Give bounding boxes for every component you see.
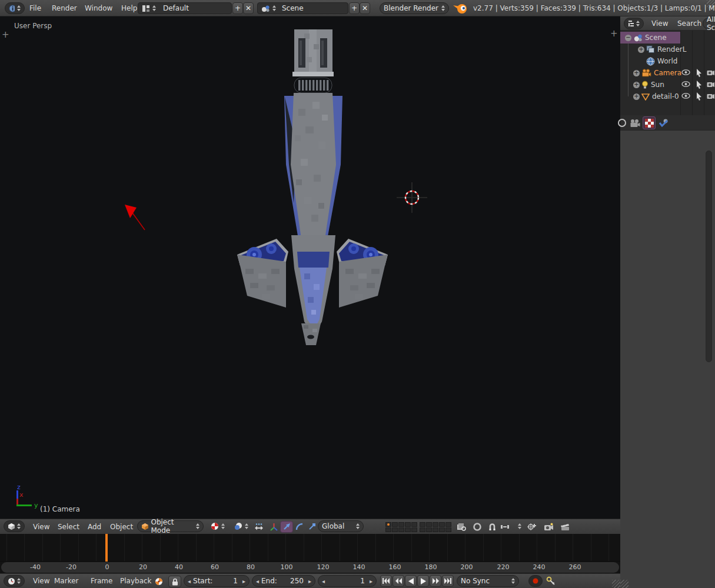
menu-object[interactable]: Object bbox=[107, 519, 137, 534]
increment-arrow-icon[interactable]: ▸ bbox=[370, 578, 373, 584]
start-frame-field[interactable]: ◂ Start: 1 ▸ bbox=[184, 575, 250, 587]
add-layout-button[interactable]: + bbox=[232, 2, 243, 14]
mode-selector[interactable]: Object Mode bbox=[137, 520, 204, 532]
av-sync-selector[interactable]: No Sync bbox=[457, 575, 519, 587]
decrement-arrow-icon[interactable]: ◂ bbox=[188, 578, 191, 584]
collapse-minus-icon[interactable]: − bbox=[625, 35, 631, 41]
decrement-arrow-icon[interactable]: ◂ bbox=[256, 578, 259, 584]
current-frame-field[interactable]: ◂ 1 ▸ bbox=[318, 575, 377, 587]
outliner-filter-selector[interactable]: All Scenes bbox=[703, 18, 715, 29]
expand-plus-icon[interactable]: + bbox=[633, 93, 640, 100]
screen-layout-selector[interactable]: Default bbox=[138, 2, 232, 14]
spaceship-model[interactable] bbox=[232, 26, 391, 347]
selectable-pointer-icon[interactable] bbox=[695, 69, 702, 77]
expand-plus-icon[interactable]: + bbox=[638, 46, 644, 53]
outliner-row-renderlayers[interactable]: + RenderL bbox=[620, 44, 715, 55]
render-engine-selector[interactable]: Blender Render bbox=[380, 2, 449, 14]
menu-add[interactable]: Add bbox=[84, 519, 105, 534]
lock-to-scene-toggle[interactable] bbox=[454, 521, 468, 533]
use-preview-range-toggle[interactable] bbox=[152, 576, 166, 587]
properties-tab-world[interactable] bbox=[616, 116, 628, 129]
menu-search[interactable]: Search bbox=[674, 16, 705, 31]
snap-target-button[interactable] bbox=[525, 521, 538, 533]
manipulator-toggle[interactable] bbox=[268, 521, 280, 533]
editor-type-timeline-button[interactable] bbox=[4, 575, 25, 587]
menu-view[interactable]: View bbox=[29, 574, 53, 588]
region-expand-plus-right[interactable]: + bbox=[610, 28, 618, 39]
selectable-pointer-icon[interactable] bbox=[695, 92, 702, 101]
menu-frame[interactable]: Frame bbox=[87, 574, 116, 588]
decrement-arrow-icon[interactable]: ◂ bbox=[322, 578, 325, 584]
current-frame-playhead[interactable] bbox=[105, 534, 108, 562]
layers-group-1[interactable] bbox=[385, 522, 417, 532]
corner-grip[interactable] bbox=[612, 580, 620, 588]
jump-to-start-button[interactable] bbox=[380, 575, 392, 587]
editor-type-outliner-button[interactable] bbox=[624, 18, 644, 29]
render-restrict-camera-icon[interactable] bbox=[707, 81, 715, 88]
lock-time-cursor-toggle[interactable] bbox=[168, 576, 181, 587]
timeline-ruler[interactable]: -40 -20 0 20 40 60 80 100 120 140 160 18… bbox=[1, 562, 619, 573]
prev-keyframe-button[interactable] bbox=[393, 575, 404, 587]
manipulator-scale-button[interactable] bbox=[306, 521, 318, 533]
add-scene-button[interactable]: + bbox=[349, 2, 360, 14]
transform-orientation-selector[interactable]: Global bbox=[318, 520, 364, 532]
outliner-row-detail0[interactable]: + detail-0 bbox=[620, 91, 715, 102]
snap-element-selector[interactable] bbox=[499, 520, 523, 532]
menu-view[interactable]: View bbox=[29, 519, 53, 534]
snap-toggle[interactable] bbox=[486, 521, 498, 533]
jump-to-end-button[interactable] bbox=[442, 575, 454, 587]
selectable-pointer-icon[interactable] bbox=[695, 81, 702, 89]
menu-view[interactable]: View bbox=[648, 16, 671, 31]
properties-vertical-scrollbar[interactable] bbox=[706, 151, 712, 362]
region-expand-plus-left[interactable]: + bbox=[2, 29, 9, 40]
viewport-shading-selector[interactable] bbox=[207, 520, 228, 532]
opengl-render-anim-button[interactable] bbox=[558, 521, 572, 533]
render-restrict-camera-icon[interactable] bbox=[707, 69, 715, 76]
scene-selector[interactable]: Scene bbox=[257, 2, 348, 14]
next-keyframe-button[interactable] bbox=[430, 575, 441, 587]
properties-panel[interactable] bbox=[620, 131, 715, 588]
increment-arrow-icon[interactable]: ▸ bbox=[308, 578, 311, 584]
auto-keyframe-toggle[interactable] bbox=[528, 575, 543, 587]
empty-arrow-object[interactable] bbox=[121, 200, 150, 235]
viewport-3d[interactable]: User Persp + + bbox=[0, 16, 620, 534]
delete-scene-button[interactable]: ✕ bbox=[360, 2, 370, 14]
pivot-align-toggle[interactable] bbox=[252, 521, 266, 533]
properties-tab-texture[interactable] bbox=[643, 116, 656, 129]
opengl-render-button[interactable] bbox=[541, 521, 556, 533]
menu-marker[interactable]: Marker bbox=[51, 574, 82, 588]
pivot-point-selector[interactable] bbox=[231, 520, 252, 532]
timeline-track-area[interactable] bbox=[0, 534, 620, 562]
render-restrict-camera-icon[interactable] bbox=[707, 92, 715, 100]
proportional-edit-toggle[interactable] bbox=[471, 521, 484, 533]
editor-type-info-button[interactable] bbox=[5, 2, 25, 14]
outliner-row-scene[interactable]: − Scene bbox=[620, 32, 715, 44]
properties-tab-physics[interactable] bbox=[657, 116, 670, 129]
properties-tab-render[interactable] bbox=[628, 116, 641, 129]
manipulator-rotate-button[interactable] bbox=[294, 521, 305, 533]
corner-grip[interactable] bbox=[620, 580, 628, 588]
menu-playback[interactable]: Playback bbox=[117, 574, 155, 588]
outliner-row-camera[interactable]: + Camera bbox=[620, 67, 715, 79]
hide-eye-icon[interactable] bbox=[681, 69, 690, 76]
expand-plus-icon[interactable]: + bbox=[633, 70, 640, 76]
end-frame-field[interactable]: ◂ End: 250 ▸ bbox=[252, 575, 315, 587]
editor-type-3dview-button[interactable] bbox=[4, 520, 25, 532]
cursor-3d-icon[interactable] bbox=[395, 181, 428, 214]
increment-arrow-icon[interactable]: ▸ bbox=[242, 578, 245, 584]
menu-render[interactable]: Render bbox=[48, 0, 81, 16]
expand-plus-icon[interactable]: + bbox=[633, 82, 640, 88]
outliner-row-sun[interactable]: + Sun bbox=[620, 79, 715, 91]
hide-eye-icon[interactable] bbox=[681, 92, 690, 99]
manipulator-translate-button[interactable] bbox=[280, 521, 293, 533]
layers-group-2[interactable] bbox=[420, 522, 451, 532]
keying-set-icon[interactable] bbox=[546, 576, 557, 586]
menu-window[interactable]: Window bbox=[81, 0, 116, 16]
play-reverse-button[interactable] bbox=[405, 575, 417, 587]
menu-select[interactable]: Select bbox=[54, 519, 83, 534]
play-button[interactable] bbox=[417, 575, 429, 587]
outliner-row-world[interactable]: World bbox=[620, 55, 715, 67]
hide-eye-icon[interactable] bbox=[681, 81, 690, 88]
corner-grip[interactable] bbox=[707, 0, 715, 8]
delete-layout-button[interactable]: ✕ bbox=[243, 2, 254, 14]
